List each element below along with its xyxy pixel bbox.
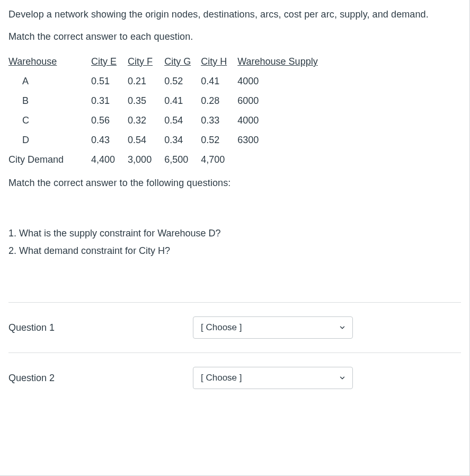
- question-body: Develop a network showing the origin nod…: [0, 0, 470, 476]
- col-warehouse: Warehouse: [8, 52, 91, 72]
- match-row-1: Question 1 [ Choose ]: [8, 302, 461, 352]
- row-label: D: [8, 130, 91, 150]
- cell: 4000: [237, 111, 324, 130]
- cell: [237, 150, 324, 170]
- match-label-1: Question 1: [8, 322, 193, 333]
- col-city-e: City E: [91, 52, 128, 72]
- row-label: A: [8, 72, 91, 91]
- cell: 0.35: [128, 91, 164, 111]
- cell: 6,500: [164, 150, 201, 170]
- cell: 0.33: [201, 111, 237, 130]
- question-1-text: 1. What is the supply constraint for War…: [8, 225, 461, 242]
- table-row: D 0.43 0.54 0.34 0.52 6300: [8, 130, 324, 150]
- chevron-down-icon: [339, 374, 346, 382]
- cell: 0.43: [91, 130, 128, 150]
- match-row-2: Question 2 [ Choose ]: [8, 352, 461, 393]
- cell: 0.41: [201, 72, 237, 91]
- choose-dropdown-2[interactable]: [ Choose ]: [193, 367, 353, 389]
- cell: 4,400: [91, 150, 128, 170]
- cell: 0.31: [91, 91, 128, 111]
- cell: 0.41: [164, 91, 201, 111]
- col-city-h: City H: [201, 52, 237, 72]
- cell: 0.21: [128, 72, 164, 91]
- dropdown-value: [ Choose ]: [201, 322, 242, 332]
- dropdown-value: [ Choose ]: [201, 373, 242, 383]
- cell: 3,000: [128, 150, 164, 170]
- cell: 0.32: [128, 111, 164, 130]
- cell: 0.56: [91, 111, 128, 130]
- cell: 0.51: [91, 72, 128, 91]
- table-row: B 0.31 0.35 0.41 0.28 6000: [8, 91, 324, 111]
- question-2-text: 2. What demand constraint for City H?: [8, 242, 461, 260]
- instruction-2: Match the correct answer to the followin…: [8, 176, 461, 191]
- choose-dropdown-1[interactable]: [ Choose ]: [193, 316, 353, 339]
- chevron-down-icon: [339, 324, 346, 331]
- row-label: City Demand: [8, 150, 91, 170]
- cell: 0.52: [164, 72, 201, 91]
- col-city-f: City F: [128, 52, 164, 72]
- cell: 6300: [237, 130, 324, 150]
- cell: 4,700: [201, 150, 237, 170]
- cell: 4000: [237, 72, 324, 91]
- match-label-2: Question 2: [8, 373, 193, 384]
- instruction-1: Match the correct answer to each questio…: [8, 30, 461, 45]
- intro-text: Develop a network showing the origin nod…: [8, 7, 461, 22]
- cell: 0.34: [164, 130, 201, 150]
- cell: 0.54: [164, 111, 201, 130]
- table-row: C 0.56 0.32 0.54 0.33 4000: [8, 111, 324, 130]
- table-row-demand: City Demand 4,400 3,000 6,500 4,700: [8, 150, 324, 170]
- table-row: A 0.51 0.21 0.52 0.41 4000: [8, 72, 324, 91]
- row-label: B: [8, 91, 91, 111]
- cost-table: Warehouse City E City F City G City H Wa…: [8, 52, 324, 170]
- cell: 6000: [237, 91, 324, 111]
- cell: 0.52: [201, 130, 237, 150]
- cell: 0.54: [128, 130, 164, 150]
- col-city-g: City G: [164, 52, 201, 72]
- question-list: 1. What is the supply constraint for War…: [8, 225, 461, 260]
- col-supply: Warehouse Supply: [237, 52, 324, 72]
- row-label: C: [8, 111, 91, 130]
- cell: 0.28: [201, 91, 237, 111]
